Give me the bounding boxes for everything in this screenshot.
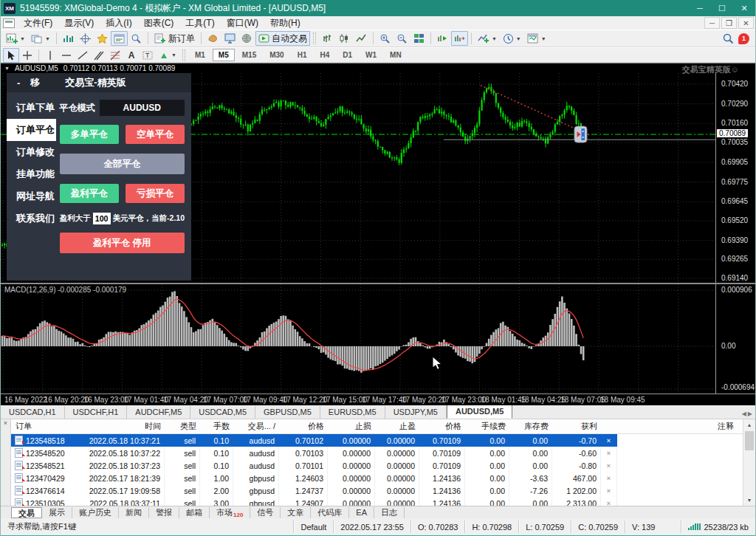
chart-tab-USDCHF,H1[interactable]: USDCHF,H1 xyxy=(65,406,128,419)
navigator-button[interactable] xyxy=(94,31,111,46)
terminal-tab-交易[interactable]: 交易 xyxy=(11,507,42,518)
column-header-手续费[interactable]: 手续费 xyxy=(465,421,509,432)
terminal-tab-EA[interactable]: EA xyxy=(349,507,374,518)
close-position-icon[interactable]: × xyxy=(601,434,617,447)
order-row[interactable]: 1234766142022.05.17 19:09:58sell2.00gbpu… xyxy=(11,484,743,497)
metaquotes-button[interactable] xyxy=(205,31,221,46)
text-label-button[interactable]: T xyxy=(140,48,156,63)
menu-工具(T)[interactable]: 工具(T) xyxy=(179,17,220,29)
column-header-价格[interactable]: 价格 xyxy=(419,421,465,432)
symbol-select[interactable]: AUDUSD xyxy=(100,100,185,116)
panel-menu-网址导航[interactable]: 网址导航 xyxy=(7,185,56,207)
bar-chart-button[interactable] xyxy=(319,31,336,46)
column-header-手数[interactable]: 手数 xyxy=(200,421,233,432)
panel-menu-订单平仓[interactable]: 订单平仓 xyxy=(7,119,56,141)
autotrading-button[interactable]: 自动交易 xyxy=(255,31,310,46)
menu-窗口(W)[interactable]: 窗口(W) xyxy=(221,17,264,29)
column-header-时间[interactable]: 时间 xyxy=(91,421,165,432)
chart-tab-GBPUSD,M5[interactable]: GBPUSD,M5 xyxy=(255,406,320,419)
macd-canvas[interactable] xyxy=(1,284,715,394)
close-position-icon[interactable]: × xyxy=(601,472,617,484)
market-watch-button[interactable] xyxy=(60,31,77,46)
fibonacci-button[interactable] xyxy=(107,48,123,63)
timeframe-MN[interactable]: MN xyxy=(384,49,408,61)
close-loss-button[interactable]: 亏损平仓 xyxy=(126,184,185,203)
mdi-close-button[interactable]: ✕ xyxy=(738,17,754,29)
column-header-交易...[interactable]: 交易... / xyxy=(233,421,279,432)
arrows-button[interactable]: ▼ xyxy=(156,48,179,63)
timeframe-M15[interactable]: M15 xyxy=(236,49,262,61)
data-window-button[interactable] xyxy=(77,31,94,46)
maximize-button[interactable]: ☐ xyxy=(711,0,733,16)
chart-window-icon[interactable] xyxy=(3,18,15,28)
line-chart-button[interactable] xyxy=(353,31,370,46)
timeframe-M1[interactable]: M1 xyxy=(189,49,211,61)
close-position-icon[interactable]: × xyxy=(601,447,617,459)
panel-move-button[interactable]: 移 xyxy=(30,76,40,89)
notification-badge[interactable]: 1 xyxy=(738,33,749,44)
timeframe-D1[interactable]: D1 xyxy=(337,49,358,61)
close-position-icon[interactable]: × xyxy=(601,484,617,497)
terminal-tab-邮箱[interactable]: 邮箱 xyxy=(179,507,210,518)
tab-scroll-right-icon[interactable]: ▶ xyxy=(748,410,752,417)
timeframe-W1[interactable]: W1 xyxy=(360,49,382,61)
profiles-button[interactable]: ▼ xyxy=(28,31,53,46)
trendline-button[interactable] xyxy=(75,48,91,63)
menu-显示(V)[interactable]: 显示(V) xyxy=(58,17,100,29)
menu-帮助(H)[interactable]: 帮助(H) xyxy=(264,17,306,29)
column-header-库存费[interactable]: 库存费 xyxy=(509,421,552,432)
column-header-类型[interactable]: 类型 xyxy=(165,421,200,432)
text-button[interactable]: A xyxy=(123,48,140,63)
scroll-up-icon[interactable]: ▲ xyxy=(743,419,755,430)
periods-button[interactable]: ▼ xyxy=(500,31,524,46)
zoom-out-button[interactable] xyxy=(394,31,410,46)
column-header-获利[interactable]: 获利 xyxy=(552,421,601,432)
timeframe-M30[interactable]: M30 xyxy=(264,49,289,61)
vertical-line-button[interactable] xyxy=(42,48,58,63)
terminal-tab-代码库[interactable]: 代码库 xyxy=(311,507,349,518)
zoom-in-button[interactable] xyxy=(377,31,394,46)
search-icon[interactable] xyxy=(723,33,734,44)
order-row[interactable]: 1235485212022.05.18 10:37:23sell0.10audu… xyxy=(11,459,743,472)
chart-tab-AUDUSD,M5[interactable]: AUDUSD,M5 xyxy=(447,405,512,419)
menu-图表(C)[interactable]: 图表(C) xyxy=(138,17,180,29)
terminal-tab-信号[interactable]: 信号 xyxy=(250,507,281,518)
panel-menu-订单下单[interactable]: 订单下单 xyxy=(7,97,56,119)
close-button[interactable]: ✕ xyxy=(733,0,755,16)
column-header-价格[interactable]: 价格 xyxy=(279,421,328,432)
terminal-tab-市场[interactable]: 市场120 xyxy=(210,507,250,518)
tile-windows-button[interactable] xyxy=(410,31,427,46)
close-short-button[interactable]: 空单平仓 xyxy=(126,125,185,144)
profit-threshold-input[interactable]: 100 xyxy=(93,213,111,224)
menu-文件(F)[interactable]: 文件(F) xyxy=(18,17,58,29)
close-profit-button[interactable]: 盈利平仓 xyxy=(60,184,119,203)
scroll-down-icon[interactable]: ▼ xyxy=(743,495,755,506)
chart-tab-USDCAD,H1[interactable]: USDCAD,H1 xyxy=(1,406,65,419)
chart-tab-AUDCHF,M5[interactable]: AUDCHF,M5 xyxy=(127,406,190,419)
timeframe-H4[interactable]: H4 xyxy=(314,49,335,61)
menu-插入(I)[interactable]: 插入(I) xyxy=(100,17,137,29)
column-header-止损[interactable]: 止损 xyxy=(328,421,375,432)
templates-button[interactable]: ▼ xyxy=(524,31,549,46)
crosshair-button[interactable] xyxy=(19,48,35,63)
close-all-button[interactable]: 全部平仓 xyxy=(60,154,185,174)
mdi-restore-button[interactable]: ❐ xyxy=(721,17,737,29)
status-profile[interactable]: Default xyxy=(293,520,333,533)
terminal-tab-日志[interactable]: 日志 xyxy=(374,507,405,518)
order-row[interactable]: 1234704292022.05.17 18:21:39sell1.00gbpu… xyxy=(11,472,743,484)
terminal-tab-文章[interactable]: 文章 xyxy=(281,507,311,518)
close-position-icon[interactable]: × xyxy=(601,497,617,506)
column-header-注释[interactable]: 注释 xyxy=(617,421,743,432)
new-order-button[interactable]: 新订单 xyxy=(151,31,198,46)
chart-shift-button[interactable] xyxy=(451,31,468,46)
new-chart-button[interactable]: ▼ xyxy=(3,31,28,46)
column-header-订单[interactable]: 订单 xyxy=(11,421,91,432)
terminal-scrollbar[interactable]: ▲ ▼ xyxy=(743,419,755,506)
chart-tab-EURUSD,M5[interactable]: EURUSD,M5 xyxy=(320,406,385,419)
tab-scroll-left-icon[interactable]: ◀ xyxy=(742,410,746,417)
auto-scroll-button[interactable] xyxy=(434,31,451,46)
terminal-tab-账户历史[interactable]: 账户历史 xyxy=(72,507,119,518)
terminal-close-icon[interactable]: × xyxy=(4,419,7,427)
news-button[interactable] xyxy=(238,31,255,46)
channel-button[interactable] xyxy=(91,48,107,63)
